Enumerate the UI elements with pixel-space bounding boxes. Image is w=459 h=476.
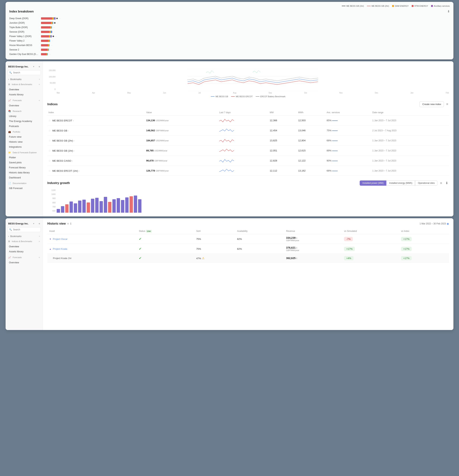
top-legend: ME BESS GB (1hr) ME BESS GB (2hr) DAM EN…: [9, 5, 450, 7]
sidebar-item-gb-forecast-1[interactable]: GB Forecast: [6, 186, 43, 191]
star-icon-3[interactable]: ☆: [48, 149, 51, 152]
historic-settings-icon[interactable]: ≡: [67, 222, 69, 225]
create-index-button[interactable]: Create new index: [419, 101, 444, 107]
historic-table: Asset Status Live SoH Availability Reven…: [47, 228, 449, 263]
star-icon-4[interactable]: ☆: [48, 159, 51, 162]
koala-status-check: ✔: [139, 247, 142, 251]
add-indices-icon-1[interactable]: +: [39, 83, 40, 86]
koala-vs-index: +17%: [399, 244, 449, 254]
sidebar-item-integrations-1[interactable]: Integrations: [6, 144, 43, 149]
breakdown-menu-3[interactable]: ···: [53, 31, 55, 33]
breakdown-menu-6[interactable]: ···: [51, 44, 52, 47]
search-bar-2[interactable]: 🔍: [8, 227, 41, 232]
koala-expand-icon[interactable]: ▲: [49, 248, 52, 250]
filter-button[interactable]: ≡: [445, 102, 449, 107]
company-name-1[interactable]: BESS Energy Inc. ▾ «: [6, 63, 43, 70]
collapse-btn-1[interactable]: «: [39, 65, 40, 68]
docs-header-1[interactable]: 📄 Documentation: [6, 181, 43, 186]
sidebar-item-assets-library-1[interactable]: Assets library: [6, 92, 43, 97]
koala-vs-sim-badge: +17%: [344, 247, 355, 251]
sidebar-item-dashboard-1[interactable]: Dashboard: [6, 175, 43, 180]
oscar-status: ✔: [137, 234, 194, 244]
tab-operational-sites[interactable]: Operational sites: [415, 180, 437, 186]
breakdown-menu-1[interactable]: ···: [57, 22, 59, 24]
forecasts-header-2[interactable]: 📈 Forecasts +: [6, 255, 43, 260]
sidebar-item-overview-forecasts-1[interactable]: Overview: [6, 103, 43, 108]
indices-icon-1: ⊞: [8, 83, 10, 86]
sidebar-item-plotter-1[interactable]: Plotter: [6, 155, 43, 160]
breakdown-download-icon[interactable]: ⬇: [447, 10, 450, 13]
koala-project-link[interactable]: Project Koala: [53, 247, 67, 250]
breakdown-menu-0[interactable]: ···: [59, 17, 61, 20]
legend-ercot-benchmark: ERCOT Battery Benchmark: [256, 95, 286, 98]
sidebar-item-podcasts-1[interactable]: Podcasts: [6, 124, 43, 129]
legend-me-bess-gb: ME BESS GB: [211, 95, 228, 98]
explorer-header-1[interactable]: 📁 Data & Forecasts Explorer: [6, 150, 43, 155]
research-icon-1: 📚: [8, 110, 11, 112]
breakdown-menu-7[interactable]: ···: [50, 48, 52, 51]
koala1hr-project-link[interactable]: Project Koala 1hr: [53, 257, 72, 260]
collapse-btn-2[interactable]: «: [39, 222, 40, 225]
col-mw: MW: [268, 110, 297, 115]
koala-soh: 75%: [194, 244, 235, 254]
historic-info-icon[interactable]: ℹ: [70, 222, 71, 225]
anc-line-4: [332, 161, 338, 161]
bar-segment-2-2: [51, 26, 52, 28]
breakdown-menu-8[interactable]: ···: [49, 53, 51, 56]
add-forecasts-icon-1[interactable]: +: [39, 99, 40, 102]
breakdown-menu-5[interactable]: ···: [51, 40, 53, 42]
breakdown-menu-4[interactable]: ···: [55, 35, 57, 38]
sidebar-item-assets-2[interactable]: Assets library: [6, 249, 43, 254]
portfolio-header-1[interactable]: 💼 Portfolio: [6, 129, 43, 134]
tab-installed-power[interactable]: Installed power (MW): [360, 180, 386, 186]
company-name-2[interactable]: BESS Energy Inc. ▾ «: [6, 221, 43, 227]
research-header-1[interactable]: 📚 Research: [6, 109, 43, 114]
sidebar-item-forecast-library-1[interactable]: Forecast library: [6, 165, 43, 170]
add-bookmark-icon-2[interactable]: +: [39, 235, 40, 238]
add-indices-icon-2[interactable]: +: [39, 240, 40, 243]
indices-header-1[interactable]: ⊞ Indices & Benchmarks +: [6, 82, 43, 87]
growth-download-btn[interactable]: ⬇: [445, 180, 449, 186]
breakdown-row-7: Swoose 2···: [9, 48, 450, 52]
star-icon-2[interactable]: ☆: [48, 139, 51, 142]
sidebar-item-saved-plots-1[interactable]: Saved plots: [6, 160, 43, 165]
bookmarks-item-1[interactable]: › Bookmarks +: [6, 77, 43, 82]
sidebar-item-overview-indices-1[interactable]: Overview: [6, 87, 43, 92]
idx-value-4: 96,678 GBP/MW/year: [145, 156, 218, 166]
koala1hr-asset: Project Koala 1hr: [47, 254, 137, 263]
anc-line-3: [332, 151, 338, 151]
idx-value-3: 89,785 USD/MW/year: [145, 146, 218, 156]
bookmarks-item-2[interactable]: › Bookmarks +: [6, 234, 43, 239]
breakdown-menu-2[interactable]: ···: [53, 26, 55, 29]
indices-header-2[interactable]: ⊞ Indices & Benchmarks +: [6, 239, 43, 244]
search-input-2[interactable]: [13, 228, 39, 231]
sidebar-item-future-view-1[interactable]: Future view: [6, 134, 43, 139]
oscar-project-link[interactable]: Project Oscar: [53, 238, 68, 240]
anc-line-1: [332, 131, 338, 131]
oscar-availability: 82%: [235, 234, 284, 244]
idx-anc-1: 75%: [325, 126, 371, 136]
sidebar-item-energy-academy-1[interactable]: The Energy Academy: [6, 119, 43, 124]
add-bookmark-icon-1[interactable]: +: [39, 78, 40, 81]
star-icon-1[interactable]: ☆: [48, 129, 51, 132]
sidebar-item-historic-view-1[interactable]: Historic view: [6, 139, 43, 144]
timeseries-svg: [57, 69, 449, 91]
search-bar-1[interactable]: 🔍: [8, 70, 41, 75]
star-icon-0[interactable]: ☆: [48, 119, 51, 122]
sidebar-item-overview-forecasts-2[interactable]: Overview: [6, 260, 43, 265]
date-range-expand-icon[interactable]: ◉: [447, 222, 449, 225]
main-content-2: Historic view ≡ ℹ 1 Mar 2022 – 30 Feb 20…: [43, 218, 453, 330]
sidebar-item-historic-data-1[interactable]: Historic data library: [6, 170, 43, 175]
col-mwh: MWh: [297, 110, 326, 115]
growth-bar-0: [57, 209, 60, 213]
forecasts-header-1[interactable]: 📈 Forecasts +: [6, 98, 43, 103]
growth-filter-btn[interactable]: ≡: [439, 180, 443, 186]
breakdown-label-2: Triple Butte (DGR): [9, 26, 39, 29]
star-icon-5[interactable]: ☆: [48, 169, 51, 172]
add-forecasts-icon-2[interactable]: +: [39, 256, 40, 259]
tab-installed-energy[interactable]: Installed energy (MWh): [386, 180, 415, 186]
sidebar-item-library-1[interactable]: Library: [6, 114, 43, 119]
oscar-expand-icon[interactable]: ▼: [49, 238, 52, 240]
sidebar-item-overview-2[interactable]: Overview: [6, 244, 43, 249]
search-input-1[interactable]: [13, 71, 39, 74]
